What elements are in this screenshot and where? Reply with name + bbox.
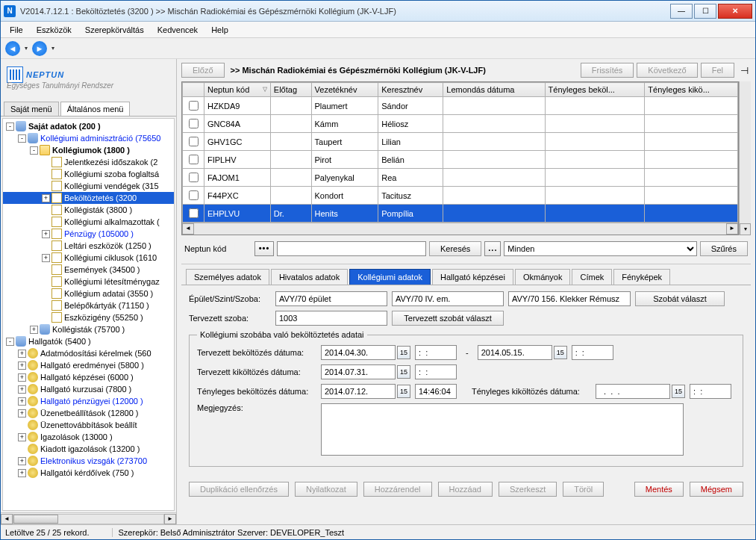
tree-item[interactable]: Kollégiumi szoba foglaltsá — [3, 168, 174, 180]
tree-item[interactable]: +Hallgató képzései (6000 ) — [3, 371, 174, 383]
detail-tab[interactable]: Okmányok — [515, 269, 571, 285]
assign-button[interactable]: Hozzárendel — [363, 482, 432, 497]
field-picker-button[interactable]: ••• — [254, 241, 274, 256]
grid-scroll-down-icon[interactable]: ▾ — [740, 223, 751, 235]
calendar-icon[interactable]: 15 — [397, 365, 410, 379]
detail-tab[interactable]: Fényképek — [613, 269, 670, 285]
data-grid[interactable]: Neptun kód▽ElőtagVezetéknévKeresztnévLem… — [181, 81, 739, 235]
actual-moveout-time[interactable] — [690, 384, 731, 399]
table-row[interactable]: EHPLVUDr.HenitsPompília — [183, 205, 738, 223]
tree-hscroll[interactable]: ◄ ► — [1, 512, 176, 524]
delete-button[interactable]: Töröl — [563, 482, 604, 497]
tree-item[interactable]: +Hallgatói kérdőívek (750 ) — [3, 467, 174, 479]
room-input[interactable] — [508, 291, 631, 306]
declaration-button[interactable]: Nyilatkozat — [295, 482, 357, 497]
tree-expander[interactable]: + — [18, 350, 26, 358]
tree-item[interactable]: -Kollégiumok (1800 ) — [3, 144, 174, 156]
filter-button[interactable]: Szűrés — [700, 241, 748, 256]
tree-item[interactable]: -Kollégiumi adminisztráció (75650 — [3, 132, 174, 144]
detail-tab[interactable]: Személyes adatok — [186, 269, 269, 285]
tree-item[interactable]: Kollégiumi létesítménygaz — [3, 276, 174, 288]
tree-expander[interactable]: + — [18, 457, 26, 465]
tree-item[interactable]: Jelentkezési időszakok (2 — [3, 156, 174, 168]
menu-file[interactable]: File — [4, 24, 29, 36]
table-row[interactable]: FIPLHVPirotBelián — [183, 151, 738, 169]
menu-szerepkörváltás[interactable]: Szerepkörváltás — [79, 24, 150, 36]
tree-item[interactable]: Kollégium adatai (3550 ) — [3, 288, 174, 300]
tree-item[interactable]: Kiadott igazolások (13200 ) — [3, 443, 174, 455]
tree-expander[interactable]: + — [18, 433, 26, 441]
row-checkbox[interactable] — [189, 119, 199, 128]
tree-item[interactable]: Események (34500 ) — [3, 264, 174, 276]
row-checkbox[interactable] — [189, 101, 199, 111]
tree-expander[interactable]: + — [30, 326, 38, 334]
filter-select[interactable]: Minden — [504, 241, 696, 256]
calendar-icon[interactable]: 15 — [397, 346, 410, 359]
row-checkbox[interactable] — [189, 137, 199, 146]
choose-planned-room-button[interactable]: Tervezett szobát választ — [392, 311, 504, 326]
table-row[interactable]: HZKDA9PlaumertSándor — [183, 97, 738, 115]
grid-header[interactable]: Tényleges kikö... — [645, 83, 738, 97]
choose-room-button[interactable]: Szobát választ — [635, 291, 725, 306]
table-row[interactable]: F44PXCKondortTacitusz — [183, 187, 738, 205]
tree-expander[interactable]: + — [42, 230, 50, 238]
tree-item[interactable]: +Beköltöztetés (3200 — [3, 192, 174, 204]
tree-item[interactable]: Üzenettovábbítások beállít — [3, 419, 174, 431]
detail-tab[interactable]: Kollégiumi adatok — [349, 269, 431, 285]
next-button[interactable]: Következő — [637, 63, 697, 78]
search-button[interactable]: Keresés — [429, 241, 481, 256]
planned-movein-time[interactable] — [415, 345, 457, 360]
tree-item[interactable]: +Üzenetbeállítások (12800 ) — [3, 407, 174, 419]
grid-vscroll[interactable]: ▾ — [739, 81, 751, 235]
row-checkbox[interactable] — [189, 173, 199, 182]
scroll-left-icon[interactable]: ◄ — [1, 514, 13, 524]
nav-back-button[interactable]: ◄ — [5, 41, 20, 56]
actual-movein-date[interactable] — [321, 384, 396, 399]
search-input[interactable] — [277, 241, 426, 256]
tree-item[interactable]: Eszközigény (55250 ) — [3, 311, 174, 323]
grid-header[interactable]: Neptun kód▽ — [204, 83, 271, 97]
tree-item[interactable]: -Hallgatók (5400 ) — [3, 335, 174, 347]
tree-expander[interactable]: + — [18, 469, 26, 477]
menu-help[interactable]: Help — [205, 24, 234, 36]
planned-moveout-time[interactable] — [415, 364, 457, 379]
row-checkbox[interactable] — [189, 208, 199, 218]
cancel-button[interactable]: Mégsem — [690, 482, 743, 497]
tree-item[interactable]: +Kollégiumi ciklusok (1610 — [3, 252, 174, 264]
scroll-thumb[interactable] — [13, 515, 58, 524]
tree-expander[interactable]: + — [18, 385, 26, 394]
detail-tab[interactable]: Címek — [572, 269, 612, 285]
row-checkbox[interactable] — [189, 155, 199, 164]
grid-header[interactable]: Előtag — [270, 83, 311, 97]
calendar-icon[interactable]: 15 — [554, 346, 567, 359]
tree-expander[interactable]: + — [18, 409, 26, 418]
building-input[interactable] — [275, 291, 387, 306]
pin-icon[interactable]: ⊣ — [737, 65, 751, 76]
grid-header[interactable]: Tényleges beköl... — [545, 83, 645, 97]
tree-item[interactable]: Kollégiumi vendégek (315 — [3, 180, 174, 192]
close-button[interactable]: ✕ — [718, 4, 752, 19]
tree-item[interactable]: -Saját adatok (200 ) — [3, 120, 174, 132]
planned-room-input[interactable] — [275, 311, 387, 326]
table-row[interactable]: GHV1GCTaupertLilian — [183, 133, 738, 151]
tree-item[interactable]: +Kollégisták (75700 ) — [3, 323, 174, 335]
actual-moveout-date[interactable] — [596, 384, 670, 399]
tree-item[interactable]: Leltári eszközök (1250 ) — [3, 240, 174, 252]
grid-scroll-right[interactable]: ► — [726, 223, 738, 235]
nav-forward-button[interactable]: ► — [32, 41, 47, 56]
menu-kedvencek[interactable]: Kedvencek — [151, 24, 204, 36]
tree-expander[interactable]: - — [30, 146, 38, 155]
add-button[interactable]: Hozzáad — [438, 482, 493, 497]
detail-tab[interactable]: Hallgató képzései — [432, 269, 513, 285]
menu-eszközök[interactable]: Eszközök — [31, 24, 78, 36]
tree-item[interactable]: +Adatmódosítási kérelmek (560 — [3, 347, 174, 359]
tree-item[interactable]: +Igazolások (13000 ) — [3, 431, 174, 443]
minimize-button[interactable]: — — [670, 4, 693, 19]
prev-button[interactable]: Előző — [181, 63, 225, 78]
tree-item[interactable]: Kollégisták (3800 ) — [3, 204, 174, 216]
planned-movein-date[interactable] — [321, 345, 396, 360]
tree-expander[interactable]: + — [18, 373, 26, 382]
tree-expander[interactable]: + — [18, 397, 26, 406]
up-button[interactable]: Fel — [701, 63, 734, 78]
row-checkbox[interactable] — [189, 190, 199, 200]
